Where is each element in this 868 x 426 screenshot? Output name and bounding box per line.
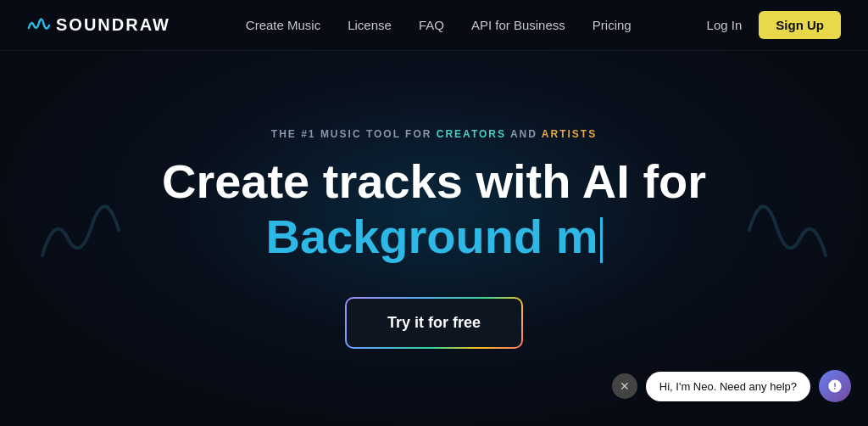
logo-text: SOUNDRAW [56,15,170,35]
chat-widget: ✕ Hi, I'm Neo. Need any help? [612,370,851,402]
wave-right-decoration [741,196,834,281]
nav-faq[interactable]: FAQ [419,18,444,32]
hero-title-line2-text: Background m [265,210,598,263]
nav-pricing[interactable]: Pricing [593,18,632,32]
subtitle-creators: CREATORS [437,128,506,140]
text-cursor [600,217,603,263]
nav-create-music[interactable]: Create Music [246,18,320,32]
nav-links: Create Music License FAQ API for Busines… [246,18,632,33]
logo[interactable]: SOUNDRAW [27,15,170,35]
cta-button[interactable]: Try it for free [347,299,521,347]
chat-message: Hi, I'm Neo. Need any help? [646,372,810,401]
subtitle-pre: THE #1 MUSIC TOOL FOR [271,128,437,140]
nav-api-business[interactable]: API for Business [471,18,565,32]
signup-button[interactable]: Sign Up [759,11,841,39]
chat-close-button[interactable]: ✕ [612,373,637,399]
nav-license[interactable]: License [348,18,392,32]
hero-section: THE #1 MUSIC TOOL FOR CREATORS AND ARTIS… [0,51,868,426]
logo-wave-icon [27,16,51,35]
hero-title-line1: Create tracks with AI for [162,155,706,208]
wave-left-decoration [34,196,127,281]
subtitle-artists: ARTISTS [542,128,597,140]
chat-icon-button[interactable] [819,370,851,402]
cta-wrapper: Try it for free [345,297,523,349]
nav-actions: Log In Sign Up [707,11,841,39]
login-button[interactable]: Log In [707,18,743,32]
subtitle-and: AND [506,128,542,140]
navbar: SOUNDRAW Create Music License FAQ API fo… [0,0,868,51]
hero-title-line2: Background m [265,210,602,263]
hero-subtitle: THE #1 MUSIC TOOL FOR CREATORS AND ARTIS… [271,128,597,140]
